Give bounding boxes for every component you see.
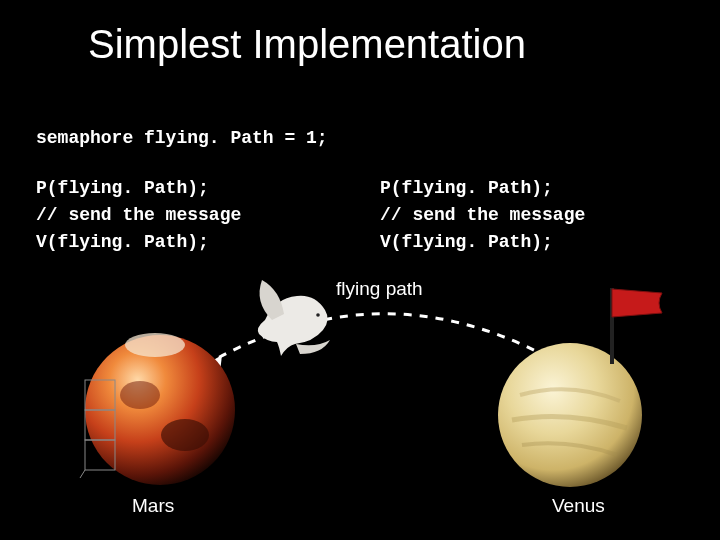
svg-point-8 <box>316 313 320 317</box>
mars-planet <box>85 333 235 485</box>
flag-icon <box>612 288 662 364</box>
flying-path-arc <box>205 314 570 370</box>
svg-point-3 <box>161 419 209 451</box>
svg-line-7 <box>80 470 85 478</box>
svg-point-2 <box>120 381 160 409</box>
illustration <box>0 0 720 540</box>
dove-icon <box>258 280 330 356</box>
svg-point-1 <box>125 333 185 357</box>
venus-planet <box>498 343 642 487</box>
slide: Simplest Implementation semaphore flying… <box>0 0 720 540</box>
